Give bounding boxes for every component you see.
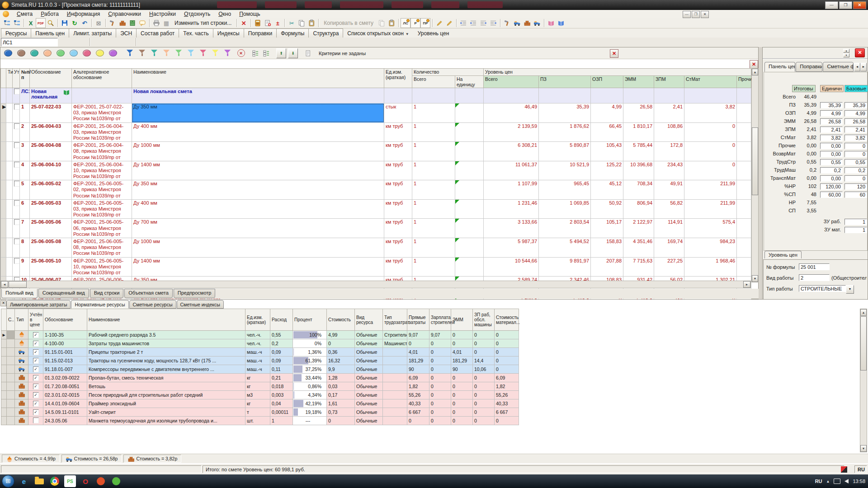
print-icon[interactable] (151, 18, 161, 28)
cell-cost[interactable]: 0,36 (327, 348, 355, 357)
cell-qty[interactable]: 0,018 (270, 382, 293, 391)
nav-tab[interactable]: Лимит. затраты (69, 28, 116, 38)
indent-right2-icon[interactable] (488, 18, 498, 28)
cell-code[interactable]: 91.18.01-007 (43, 365, 87, 374)
resource-row[interactable]: ✓14.4.01.09-0604Праймер эпоксидныйкг0,04… (1, 399, 519, 408)
approve-checkbox[interactable] (14, 219, 20, 225)
cell-qty[interactable]: 0,55 (270, 331, 293, 339)
cell-emm[interactable]: 0 (451, 382, 473, 391)
filter-funnel-icon[interactable] (188, 50, 194, 56)
view-tab[interactable]: Сокращенный вид (38, 289, 89, 298)
cell-labor-type[interactable] (383, 417, 407, 425)
cell-price[interactable]: 965,45 (539, 180, 591, 200)
cell-price[interactable]: 49,91 (654, 180, 684, 200)
extra-value[interactable]: 1 (844, 227, 867, 233)
cell-price[interactable]: 806,94 (623, 199, 654, 219)
cell-mat-cost[interactable]: 40,33 (495, 399, 519, 408)
grid-settings2-icon[interactable] (262, 49, 271, 58)
cell-name[interactable]: Рабочий среднего разряда 3.5 (87, 331, 245, 339)
comment-icon[interactable] (137, 18, 147, 28)
cell-wage[interactable]: 0 (429, 374, 451, 382)
base-value[interactable]: 0 (844, 151, 867, 157)
taskbar-ps-icon[interactable]: PS (64, 475, 76, 487)
cell-price[interactable]: 172,8 (654, 142, 684, 161)
cell-qty[interactable]: 0,00011 (270, 408, 293, 417)
cell-percent[interactable]: 61,39% (293, 357, 327, 365)
cell-price[interactable]: 105,43 (591, 142, 623, 161)
move-up-button[interactable]: ⬆ (276, 48, 286, 58)
pdf-export-icon[interactable]: PDF (36, 18, 46, 28)
cell-emm[interactable]: 0 (451, 399, 473, 408)
price-panel-tab[interactable]: Панель цен (764, 62, 795, 72)
unit-value[interactable]: 3,82 (820, 135, 843, 141)
cell-basis[interactable]: 25-06-005-02 (30, 180, 72, 200)
cell-qty-per-unit[interactable] (455, 161, 484, 180)
resource-row[interactable]: 24.3.05.06Манжета термоусадочная для изо… (1, 417, 519, 425)
cell-unit[interactable]: чел.-ч. (245, 339, 270, 348)
refresh-icon[interactable]: ↻ (70, 18, 80, 28)
cell-zp-machine[interactable]: 0 (473, 339, 495, 348)
delete-row-icon[interactable]: ✕ (239, 18, 249, 28)
unit-value[interactable]: 0,00 (820, 143, 843, 149)
cell-percent[interactable]: 42,19% (293, 399, 327, 408)
cell-emm[interactable]: 0 (451, 417, 473, 425)
cell-unit[interactable]: т (245, 408, 270, 417)
cell-price[interactable]: 108,86 (654, 122, 684, 142)
clear-criteria-icon[interactable]: ✕ (236, 49, 245, 58)
taskbar-opera-icon[interactable]: O (80, 475, 91, 487)
included-checkbox[interactable]: ✓ (33, 358, 39, 364)
close-criteria-button[interactable]: ✕ (610, 49, 618, 58)
cell-price[interactable]: 56,82 (654, 199, 684, 219)
cut-icon[interactable]: ✂ (287, 18, 297, 28)
unit-value[interactable]: 0,55 (820, 159, 843, 165)
work-kind-input[interactable]: 2 (799, 274, 830, 281)
filter-circle-icon[interactable] (4, 50, 12, 56)
cell-code[interactable]: 14.5.09.11-0101 (43, 408, 87, 417)
cell-resource-kind[interactable]: Обычные (355, 331, 383, 339)
tab-scroll-button[interactable]: ► (860, 63, 867, 71)
book-pink-icon[interactable] (546, 18, 556, 28)
cell-basis[interactable]: 25-06-005-10 (30, 257, 72, 277)
approve-checkbox[interactable] (14, 181, 20, 187)
cell-name[interactable]: Прицепы тракторные 2 т (87, 348, 245, 357)
estimate-row[interactable]: 525-06-005-02ФЕР-2001, 25-06-005-02, при… (1, 180, 751, 200)
taskbar-folder-icon[interactable] (33, 475, 45, 487)
resources-vertical-scrollbar[interactable]: ▲ ▼ (860, 309, 867, 452)
estimate-row[interactable]: 925-06-005-10ФЕР-2001, 25-06-005-10, при… (1, 257, 751, 277)
cell-price[interactable]: 26,58 (623, 103, 654, 123)
cell-price[interactable]: 45,12 (591, 180, 623, 200)
cell-price[interactable]: 125,22 (591, 161, 623, 180)
filter-circle-icon[interactable] (83, 50, 91, 56)
cell-name[interactable]: Затраты труда машинистов (87, 339, 245, 348)
cell-labor-type[interactable]: Строители (383, 331, 407, 339)
filter-circle-icon[interactable] (43, 50, 52, 56)
cell-direct[interactable]: 4,01 (407, 348, 429, 357)
calculator-icon[interactable] (253, 18, 263, 28)
menu-item[interactable]: Работа (37, 10, 63, 18)
cell-price[interactable]: 1 810,17 (623, 122, 654, 142)
cell-percent[interactable]: 4,34% (293, 391, 327, 399)
cell-row-num[interactable]: 1 (20, 103, 30, 123)
cell-zp-machine[interactable]: 0 (473, 399, 495, 408)
cell-name[interactable]: Ду 350 мм (132, 180, 384, 200)
cell-qty[interactable]: 0,11 (270, 365, 293, 374)
cell-alt-basis[interactable]: ФЕР-2001, 25-06-005-08, приказ Минстроя … (72, 238, 132, 257)
menu-item[interactable]: Помощь (235, 10, 264, 18)
cell-mat-cost[interactable]: 6,09 (495, 374, 519, 382)
cell-row-num[interactable]: 8 (20, 238, 30, 257)
cell-emm[interactable]: 0 (451, 391, 473, 399)
cell-qty[interactable]: 1 (412, 142, 455, 161)
structure-tree-add-icon[interactable] (12, 18, 22, 28)
cell-unit[interactable]: км труб (384, 122, 412, 142)
filter-funnel-icon[interactable] (200, 50, 206, 56)
cell-qty[interactable]: 1 (412, 161, 455, 180)
cell-wage[interactable]: 0 (429, 408, 451, 417)
included-checkbox[interactable]: ✓ (33, 341, 39, 347)
taskbar-ie-icon[interactable]: e (18, 475, 30, 487)
cell-emm[interactable]: 4,01 (451, 348, 473, 357)
cell-price[interactable]: 1 876,62 (539, 122, 591, 142)
machines-truck-icon[interactable] (512, 18, 522, 28)
cell-qty[interactable]: 0,09 (270, 348, 293, 357)
approve-checkbox[interactable] (14, 142, 20, 148)
cell-name[interactable]: Манжета термоусадочная для изоляции труб… (87, 417, 245, 425)
